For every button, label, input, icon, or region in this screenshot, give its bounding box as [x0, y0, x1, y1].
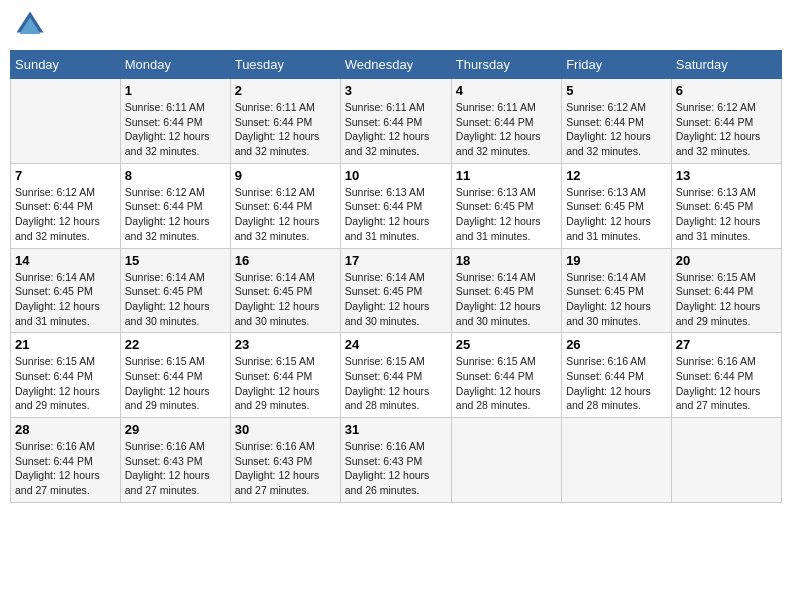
day-info: Sunrise: 6:14 AMSunset: 6:45 PMDaylight:…	[345, 270, 447, 329]
calendar-cell: 1Sunrise: 6:11 AMSunset: 6:44 PMDaylight…	[120, 79, 230, 164]
column-header-monday: Monday	[120, 51, 230, 79]
day-info: Sunrise: 6:12 AMSunset: 6:44 PMDaylight:…	[15, 185, 116, 244]
day-number: 22	[125, 337, 226, 352]
day-number: 24	[345, 337, 447, 352]
calendar-cell: 6Sunrise: 6:12 AMSunset: 6:44 PMDaylight…	[671, 79, 781, 164]
calendar-cell: 9Sunrise: 6:12 AMSunset: 6:44 PMDaylight…	[230, 163, 340, 248]
day-number: 13	[676, 168, 777, 183]
day-number: 23	[235, 337, 336, 352]
day-number: 16	[235, 253, 336, 268]
calendar-week-row: 7Sunrise: 6:12 AMSunset: 6:44 PMDaylight…	[11, 163, 782, 248]
day-number: 25	[456, 337, 557, 352]
calendar-cell: 27Sunrise: 6:16 AMSunset: 6:44 PMDayligh…	[671, 333, 781, 418]
calendar-cell: 24Sunrise: 6:15 AMSunset: 6:44 PMDayligh…	[340, 333, 451, 418]
day-info: Sunrise: 6:11 AMSunset: 6:44 PMDaylight:…	[235, 100, 336, 159]
day-info: Sunrise: 6:12 AMSunset: 6:44 PMDaylight:…	[676, 100, 777, 159]
day-number: 21	[15, 337, 116, 352]
calendar-cell: 17Sunrise: 6:14 AMSunset: 6:45 PMDayligh…	[340, 248, 451, 333]
column-header-wednesday: Wednesday	[340, 51, 451, 79]
day-number: 30	[235, 422, 336, 437]
logo-icon	[15, 10, 45, 40]
day-info: Sunrise: 6:13 AMSunset: 6:45 PMDaylight:…	[456, 185, 557, 244]
day-number: 15	[125, 253, 226, 268]
calendar-cell: 11Sunrise: 6:13 AMSunset: 6:45 PMDayligh…	[451, 163, 561, 248]
day-info: Sunrise: 6:16 AMSunset: 6:43 PMDaylight:…	[345, 439, 447, 498]
day-info: Sunrise: 6:12 AMSunset: 6:44 PMDaylight:…	[125, 185, 226, 244]
day-number: 2	[235, 83, 336, 98]
column-header-sunday: Sunday	[11, 51, 121, 79]
day-info: Sunrise: 6:15 AMSunset: 6:44 PMDaylight:…	[456, 354, 557, 413]
day-number: 7	[15, 168, 116, 183]
day-number: 5	[566, 83, 667, 98]
day-number: 29	[125, 422, 226, 437]
calendar-cell: 14Sunrise: 6:14 AMSunset: 6:45 PMDayligh…	[11, 248, 121, 333]
day-info: Sunrise: 6:14 AMSunset: 6:45 PMDaylight:…	[456, 270, 557, 329]
calendar-cell: 8Sunrise: 6:12 AMSunset: 6:44 PMDaylight…	[120, 163, 230, 248]
calendar-cell: 31Sunrise: 6:16 AMSunset: 6:43 PMDayligh…	[340, 418, 451, 503]
day-number: 17	[345, 253, 447, 268]
column-header-friday: Friday	[562, 51, 672, 79]
day-number: 18	[456, 253, 557, 268]
calendar-cell	[11, 79, 121, 164]
calendar-week-row: 14Sunrise: 6:14 AMSunset: 6:45 PMDayligh…	[11, 248, 782, 333]
day-number: 26	[566, 337, 667, 352]
day-info: Sunrise: 6:16 AMSunset: 6:44 PMDaylight:…	[15, 439, 116, 498]
day-number: 10	[345, 168, 447, 183]
calendar-cell: 19Sunrise: 6:14 AMSunset: 6:45 PMDayligh…	[562, 248, 672, 333]
day-info: Sunrise: 6:11 AMSunset: 6:44 PMDaylight:…	[456, 100, 557, 159]
day-info: Sunrise: 6:14 AMSunset: 6:45 PMDaylight:…	[15, 270, 116, 329]
day-number: 11	[456, 168, 557, 183]
day-info: Sunrise: 6:15 AMSunset: 6:44 PMDaylight:…	[676, 270, 777, 329]
day-info: Sunrise: 6:15 AMSunset: 6:44 PMDaylight:…	[235, 354, 336, 413]
day-number: 14	[15, 253, 116, 268]
day-number: 8	[125, 168, 226, 183]
calendar-cell: 23Sunrise: 6:15 AMSunset: 6:44 PMDayligh…	[230, 333, 340, 418]
day-info: Sunrise: 6:15 AMSunset: 6:44 PMDaylight:…	[125, 354, 226, 413]
day-info: Sunrise: 6:11 AMSunset: 6:44 PMDaylight:…	[125, 100, 226, 159]
day-number: 28	[15, 422, 116, 437]
calendar-header-row: SundayMondayTuesdayWednesdayThursdayFrid…	[11, 51, 782, 79]
calendar-cell: 13Sunrise: 6:13 AMSunset: 6:45 PMDayligh…	[671, 163, 781, 248]
calendar-cell: 2Sunrise: 6:11 AMSunset: 6:44 PMDaylight…	[230, 79, 340, 164]
day-number: 6	[676, 83, 777, 98]
day-number: 1	[125, 83, 226, 98]
day-info: Sunrise: 6:14 AMSunset: 6:45 PMDaylight:…	[125, 270, 226, 329]
calendar-cell: 12Sunrise: 6:13 AMSunset: 6:45 PMDayligh…	[562, 163, 672, 248]
day-number: 19	[566, 253, 667, 268]
calendar-cell: 15Sunrise: 6:14 AMSunset: 6:45 PMDayligh…	[120, 248, 230, 333]
day-info: Sunrise: 6:11 AMSunset: 6:44 PMDaylight:…	[345, 100, 447, 159]
day-number: 4	[456, 83, 557, 98]
calendar-cell: 25Sunrise: 6:15 AMSunset: 6:44 PMDayligh…	[451, 333, 561, 418]
calendar-cell: 26Sunrise: 6:16 AMSunset: 6:44 PMDayligh…	[562, 333, 672, 418]
calendar-cell: 4Sunrise: 6:11 AMSunset: 6:44 PMDaylight…	[451, 79, 561, 164]
day-info: Sunrise: 6:14 AMSunset: 6:45 PMDaylight:…	[566, 270, 667, 329]
day-info: Sunrise: 6:12 AMSunset: 6:44 PMDaylight:…	[566, 100, 667, 159]
calendar-cell: 7Sunrise: 6:12 AMSunset: 6:44 PMDaylight…	[11, 163, 121, 248]
calendar-cell	[671, 418, 781, 503]
day-number: 20	[676, 253, 777, 268]
logo	[15, 10, 49, 40]
day-number: 27	[676, 337, 777, 352]
day-info: Sunrise: 6:16 AMSunset: 6:44 PMDaylight:…	[676, 354, 777, 413]
calendar-cell: 20Sunrise: 6:15 AMSunset: 6:44 PMDayligh…	[671, 248, 781, 333]
day-info: Sunrise: 6:12 AMSunset: 6:44 PMDaylight:…	[235, 185, 336, 244]
page-header	[10, 10, 782, 40]
calendar-week-row: 1Sunrise: 6:11 AMSunset: 6:44 PMDaylight…	[11, 79, 782, 164]
day-info: Sunrise: 6:14 AMSunset: 6:45 PMDaylight:…	[235, 270, 336, 329]
day-info: Sunrise: 6:13 AMSunset: 6:45 PMDaylight:…	[676, 185, 777, 244]
calendar-cell: 22Sunrise: 6:15 AMSunset: 6:44 PMDayligh…	[120, 333, 230, 418]
calendar-cell: 29Sunrise: 6:16 AMSunset: 6:43 PMDayligh…	[120, 418, 230, 503]
day-number: 12	[566, 168, 667, 183]
calendar-cell: 30Sunrise: 6:16 AMSunset: 6:43 PMDayligh…	[230, 418, 340, 503]
day-info: Sunrise: 6:13 AMSunset: 6:44 PMDaylight:…	[345, 185, 447, 244]
calendar-cell: 5Sunrise: 6:12 AMSunset: 6:44 PMDaylight…	[562, 79, 672, 164]
day-number: 3	[345, 83, 447, 98]
day-info: Sunrise: 6:15 AMSunset: 6:44 PMDaylight:…	[345, 354, 447, 413]
calendar-cell: 18Sunrise: 6:14 AMSunset: 6:45 PMDayligh…	[451, 248, 561, 333]
calendar-table: SundayMondayTuesdayWednesdayThursdayFrid…	[10, 50, 782, 503]
day-info: Sunrise: 6:16 AMSunset: 6:43 PMDaylight:…	[125, 439, 226, 498]
calendar-cell	[562, 418, 672, 503]
day-info: Sunrise: 6:15 AMSunset: 6:44 PMDaylight:…	[15, 354, 116, 413]
calendar-cell: 21Sunrise: 6:15 AMSunset: 6:44 PMDayligh…	[11, 333, 121, 418]
column-header-saturday: Saturday	[671, 51, 781, 79]
